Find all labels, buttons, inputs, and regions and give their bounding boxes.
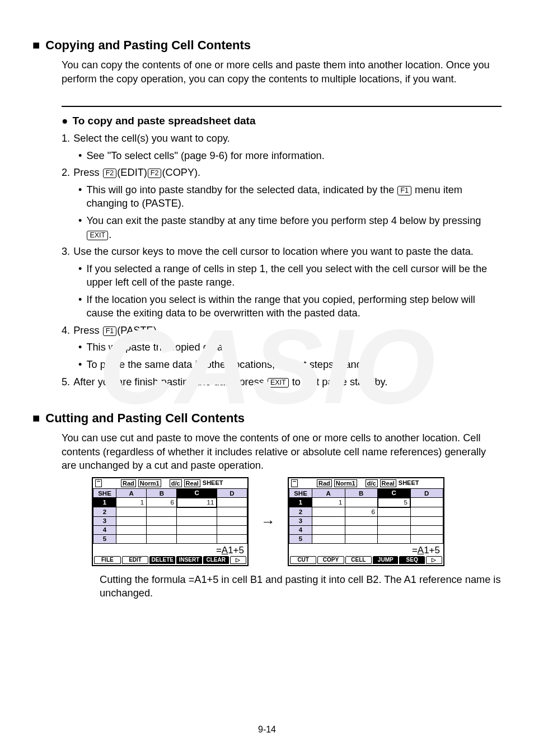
key-f2: F2 bbox=[148, 169, 162, 178]
step-subtext: To paste the same data in other location… bbox=[86, 358, 373, 372]
step-1: 1. Select the cell(s) you want to copy. bbox=[62, 132, 502, 146]
step-4-sub2: • To paste the same data in other locati… bbox=[78, 358, 502, 372]
col-header-b: B bbox=[345, 488, 378, 498]
formula-bar: =A1+5 bbox=[93, 544, 247, 556]
step-number: 4. bbox=[62, 324, 70, 338]
spacer bbox=[359, 479, 363, 487]
step-subtext: This will go into paste standby for the … bbox=[86, 183, 502, 211]
cell-b2: 6 bbox=[345, 507, 378, 517]
badge-dc: d/c bbox=[170, 479, 182, 487]
subsection-heading: ● To copy and paste spreadsheet data bbox=[62, 115, 502, 127]
cell-c2 bbox=[378, 507, 411, 517]
step-5: 5. After you are finish pasting the data… bbox=[62, 375, 502, 389]
row-header-4: 4 bbox=[93, 525, 116, 534]
corner-header: SHE bbox=[93, 488, 116, 498]
status-badges: Rad Norm1 d/c Real SHEET bbox=[317, 479, 419, 487]
status-bar: Rad Norm1 d/c Real SHEET bbox=[93, 478, 247, 488]
step-3: 3. Use the cursor keys to move the cell … bbox=[62, 245, 502, 259]
step-number: 1. bbox=[62, 132, 70, 146]
step-subtext: If you selected a range of cells in step… bbox=[86, 262, 502, 290]
col-header-b: B bbox=[147, 488, 177, 498]
key-f2: F2 bbox=[103, 169, 117, 178]
cell-d1 bbox=[410, 498, 443, 507]
step-subtext: You can exit the paste standby at any ti… bbox=[86, 214, 502, 241]
softkey-row: FILE EDIT DELETE INSERT CLEAR ▷ bbox=[93, 556, 247, 565]
badge-norm1: Norm1 bbox=[138, 479, 161, 487]
text-fragment: to exit paste standby. bbox=[289, 376, 388, 388]
text-fragment: Press bbox=[73, 325, 102, 336]
softkey-more: ▷ bbox=[230, 556, 246, 564]
softkey-cut: CUT bbox=[290, 556, 316, 564]
row-header-1: 1 bbox=[289, 498, 312, 507]
cell-a1: 1 bbox=[312, 498, 345, 507]
step-number: 5. bbox=[62, 375, 70, 389]
softkey-clear: CLEAR bbox=[203, 556, 229, 564]
calc-screen-before: Rad Norm1 d/c Real SHEET SHE A B C D 1 bbox=[92, 477, 249, 566]
step-2-sub1: • This will go into paste standby for th… bbox=[78, 183, 502, 211]
section-title: Cutting and Pasting Cell Contents bbox=[45, 411, 245, 426]
step-subtext: If the location you select is within the… bbox=[86, 293, 502, 320]
bullet: • bbox=[78, 293, 82, 320]
col-header-a: A bbox=[312, 488, 345, 498]
section-heading-copying: ■ Copying and Pasting Cell Contents bbox=[32, 38, 502, 53]
bullet: • bbox=[78, 262, 82, 290]
key-exit: EXIT bbox=[87, 231, 108, 240]
text-fragment: (PASTE). bbox=[117, 325, 159, 336]
badge-real: Real bbox=[184, 479, 200, 487]
softkey-row: CUT COPY CELL JUMP SEQ ▷ bbox=[289, 556, 443, 565]
step-number: 2. bbox=[62, 166, 70, 180]
section-title: Copying and Pasting Cell Contents bbox=[45, 38, 251, 53]
softkey-insert: INSERT bbox=[176, 556, 202, 564]
square-bullet: ■ bbox=[32, 412, 40, 424]
cell-d2 bbox=[410, 507, 443, 517]
section-heading-cutting: ■ Cutting and Pasting Cell Contents bbox=[32, 411, 502, 426]
row-header-2: 2 bbox=[289, 507, 312, 517]
softkey-delete: DELETE bbox=[149, 556, 175, 564]
text-fragment: (EDIT) bbox=[117, 167, 147, 178]
softkey-more: ▷ bbox=[426, 556, 442, 564]
spacer bbox=[163, 479, 167, 487]
key-f1: F1 bbox=[397, 186, 411, 195]
figure-caption: Cutting the formula =A1+5 in cell B1 and… bbox=[100, 573, 502, 600]
sheet-label: SHEET bbox=[203, 479, 223, 487]
step-4-sub1: • This will paste the copied data. bbox=[78, 340, 502, 354]
badge-real: Real bbox=[380, 479, 396, 487]
arrow-right-icon: → bbox=[261, 513, 275, 530]
cell-a1: 1 bbox=[116, 498, 147, 507]
step-text: Use the cursor keys to move the cell cur… bbox=[73, 245, 474, 259]
cell-a2 bbox=[312, 507, 345, 517]
corner-header: SHE bbox=[289, 488, 312, 498]
softkey-edit: EDIT bbox=[122, 556, 149, 564]
badge-rad: Rad bbox=[317, 479, 332, 487]
bullet: • bbox=[78, 214, 82, 241]
key-exit: EXIT bbox=[268, 378, 289, 388]
badge-dc: d/c bbox=[366, 479, 378, 487]
text-fragment: (COPY). bbox=[162, 167, 200, 178]
softkey-file: FILE bbox=[94, 556, 121, 564]
bullet: • bbox=[78, 340, 82, 354]
row-header-5: 5 bbox=[93, 534, 116, 543]
cell-b1: 6 bbox=[147, 498, 177, 507]
col-header-d: D bbox=[410, 488, 443, 498]
col-header-a: A bbox=[116, 488, 147, 498]
cell-c1-selected: 5 bbox=[378, 498, 411, 507]
bullet: • bbox=[78, 149, 82, 163]
text-fragment: . bbox=[109, 229, 111, 240]
calc-screen-after: Rad Norm1 d/c Real SHEET SHE A B C D 1 bbox=[288, 477, 444, 566]
text-fragment: After you are finish pasting the data, p… bbox=[73, 376, 267, 388]
text-fragment: You can exit the paste standby at any ti… bbox=[86, 215, 481, 226]
step-3-sub1: • If you selected a range of cells in st… bbox=[78, 262, 502, 290]
step-2-sub2: • You can exit the paste standby at any … bbox=[78, 214, 502, 241]
status-bar: Rad Norm1 d/c Real SHEET bbox=[289, 478, 443, 488]
bullet: • bbox=[78, 358, 82, 372]
doc-icon bbox=[95, 479, 102, 487]
step-text: Press F1(PASTE). bbox=[73, 324, 160, 338]
step-text: Select the cell(s) you want to copy. bbox=[73, 132, 230, 146]
row-header-5: 5 bbox=[289, 534, 312, 543]
text-fragment: This will go into paste standby for the … bbox=[86, 184, 397, 195]
step-3-sub2: • If the location you select is within t… bbox=[78, 293, 502, 320]
divider-rule bbox=[62, 106, 502, 107]
step-subtext: This will paste the copied data. bbox=[86, 340, 226, 354]
key-f1: F1 bbox=[103, 326, 117, 336]
row-header-4: 4 bbox=[289, 525, 312, 534]
